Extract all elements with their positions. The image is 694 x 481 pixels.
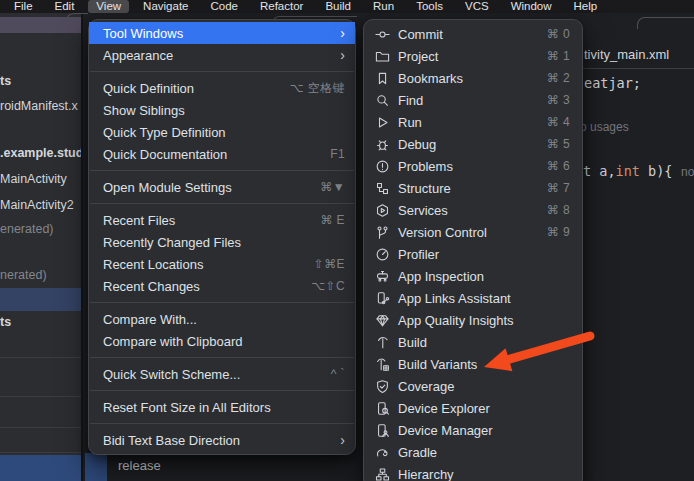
tool-window-app-inspection[interactable]: App Inspection (364, 265, 582, 287)
app-inspection-icon (374, 268, 390, 284)
shortcut-label: ⌘ 2 (547, 71, 570, 85)
editor-tab[interactable]: tivity_main.xml (584, 47, 669, 62)
tool-window-find[interactable]: Find ⌘ 3 (364, 89, 582, 111)
menubar: File Edit View Navigate Code Refactor Bu… (0, 0, 694, 13)
menu-separator (90, 423, 354, 424)
menu-separator (90, 170, 354, 171)
menu-item-appearance[interactable]: Appearance › (89, 44, 355, 66)
chevron-right-icon: › (340, 48, 345, 62)
tool-window-version-control[interactable]: Version Control ⌘ 9 (364, 221, 582, 243)
tool-window-app-quality-insights[interactable]: App Quality Insights (364, 309, 582, 331)
row-divider (0, 452, 81, 453)
tree-item[interactable]: MainActivity2 (0, 198, 81, 212)
shortcut-label: ⌘ E (320, 213, 345, 227)
shortcut-label: ⌘ 9 (547, 225, 570, 239)
tool-windows-submenu: Commit ⌘ 0 Project ⌘ 1 Bookmarks ⌘ 2 Fin… (363, 19, 583, 481)
usages-hint: o usages (580, 120, 629, 134)
tool-window-device-explorer[interactable]: Device Explorer (364, 397, 582, 419)
menubar-item-run[interactable]: Run (365, 0, 402, 13)
inline-usages-hint: no (681, 165, 694, 179)
menu-item-recent-files[interactable]: Recent Files ⌘ E (89, 209, 355, 231)
tool-window-gradle[interactable]: Gradle (364, 441, 582, 463)
menubar-item-refactor[interactable]: Refactor (252, 0, 311, 13)
shortcut-label: ⌘ 6 (547, 159, 570, 173)
menubar-item-build[interactable]: Build (317, 0, 359, 13)
menu-item-open-module-settings[interactable]: Open Module Settings ⌘▼ (89, 176, 355, 198)
shortcut-label: ⌘ 4 (547, 115, 570, 129)
menubar-item-file[interactable]: File (6, 0, 41, 13)
menu-separator (90, 203, 354, 204)
menubar-item-tools[interactable]: Tools (408, 0, 451, 13)
menu-item-compare-with[interactable]: Compare With... (89, 308, 355, 330)
tool-window-app-links-assistant[interactable]: App Links Assistant (364, 287, 582, 309)
tool-window-build-variants[interactable]: Build Variants (364, 353, 582, 375)
tree-item[interactable]: enerated) (0, 222, 81, 236)
tool-window-coverage[interactable]: Coverage (364, 375, 582, 397)
tool-window-services[interactable]: Services ⌘ 8 (364, 199, 582, 221)
menu-item-tool-windows[interactable]: Tool Windows › (89, 22, 355, 44)
tool-window-problems[interactable]: Problems ⌘ 6 (364, 155, 582, 177)
menu-item-quick-switch-scheme[interactable]: Quick Switch Scheme... ^ ` (89, 363, 355, 385)
tool-window-build[interactable]: Build (364, 331, 582, 353)
menu-item-reset-font-size[interactable]: Reset Font Size in All Editors (89, 396, 355, 418)
gem-icon (374, 312, 390, 328)
menubar-item-vcs[interactable]: VCS (457, 0, 497, 13)
tool-window-project[interactable]: Project ⌘ 1 (364, 45, 582, 67)
tree-item[interactable]: .example.stud (0, 146, 81, 160)
menu-item-quick-definition[interactable]: Quick Definition ⌥ 空格键 (89, 77, 355, 99)
tree-item[interactable]: ts (0, 74, 81, 88)
shortcut-label: ⌘ 1 (547, 49, 570, 63)
commit-icon (374, 26, 390, 42)
selected-tree-row[interactable] (0, 288, 81, 311)
tree-item[interactable]: ts (0, 315, 81, 329)
view-menu: Tool Windows › Appearance › Quick Defini… (88, 19, 356, 455)
menubar-item-help[interactable]: Help (566, 0, 606, 13)
menu-item-recent-locations[interactable]: Recent Locations ⇧⌘E (89, 253, 355, 275)
menu-item-recent-changes[interactable]: Recent Changes ⌥⇧C (89, 275, 355, 297)
menubar-item-view[interactable]: View (88, 0, 129, 13)
gauge-icon (374, 246, 390, 262)
tab-bar-divider (583, 68, 694, 69)
tool-window-hierarchy[interactable]: Hierarchy (364, 463, 582, 481)
tool-window-debug[interactable]: Debug ⌘ 5 (364, 133, 582, 155)
menu-item-compare-with-clipboard[interactable]: Compare with Clipboard (89, 330, 355, 352)
menu-item-quick-documentation[interactable]: Quick Documentation F1 (89, 143, 355, 165)
menu-item-recently-changed-files[interactable]: Recently Changed Files (89, 231, 355, 253)
keyword-token: int (616, 163, 640, 179)
tree-item[interactable]: nerated) (0, 268, 81, 282)
tree-item[interactable]: MainActivity (0, 172, 81, 186)
tool-window-device-manager[interactable]: Device Manager (364, 419, 582, 441)
menu-item-show-siblings[interactable]: Show Siblings (89, 99, 355, 121)
tree-item[interactable]: roidManifest.x (0, 99, 81, 113)
menubar-item-edit[interactable]: Edit (47, 0, 83, 13)
branch-icon (374, 224, 390, 240)
tool-window-structure[interactable]: Structure ⌘ 7 (364, 177, 582, 199)
panel-bottom-bar (0, 455, 81, 481)
play-icon (374, 114, 390, 130)
menubar-item-navigate[interactable]: Navigate (135, 0, 196, 13)
tool-window-bookmarks[interactable]: Bookmarks ⌘ 2 (364, 67, 582, 89)
shield-check-icon (374, 378, 390, 394)
shortcut-label: ^ ` (331, 367, 345, 381)
tool-window-profiler[interactable]: Profiler (364, 243, 582, 265)
shortcut-label: F1 (330, 147, 345, 161)
menu-item-bidi-text-base-direction[interactable]: Bidi Text Base Direction › (89, 429, 355, 451)
shortcut-label: ⌘ 5 (547, 137, 570, 151)
menubar-item-code[interactable]: Code (202, 0, 246, 13)
alert-circle-icon (374, 158, 390, 174)
window-corner (66, 13, 88, 21)
menu-separator (90, 390, 354, 391)
row-divider (0, 357, 81, 358)
menu-item-quick-type-definition[interactable]: Quick Type Definition (89, 121, 355, 143)
folder-icon (374, 48, 390, 64)
bookmark-icon (374, 70, 390, 86)
menu-separator (90, 357, 354, 358)
tool-window-run[interactable]: Run ⌘ 4 (364, 111, 582, 133)
shortcut-label: ⌘ 0 (547, 27, 570, 41)
tool-window-commit[interactable]: Commit ⌘ 0 (364, 23, 582, 45)
shortcut-label: ⌘ 8 (547, 203, 570, 217)
menu-separator (90, 302, 354, 303)
shortcut-label: ⇧⌘E (314, 257, 345, 271)
build-variant-value[interactable]: release (118, 458, 161, 473)
menubar-item-window[interactable]: Window (503, 0, 560, 13)
